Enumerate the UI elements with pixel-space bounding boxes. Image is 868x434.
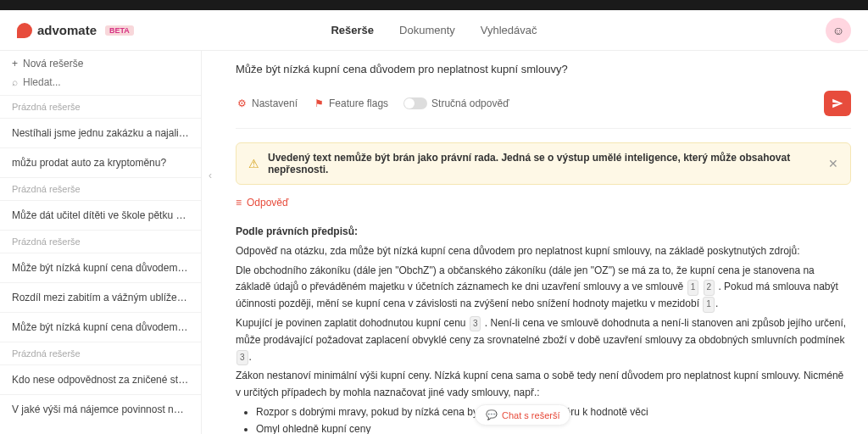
plus-icon: + [12, 58, 18, 70]
sidebar-group-label: Prázdná rešerše [0, 342, 201, 364]
sidebar-collapse-handle[interactable]: ‹ [209, 170, 212, 181]
nav-research[interactable]: Rešerše [331, 24, 374, 36]
top-nav: Rešerše Dokumenty Vyhledávač [331, 24, 537, 36]
main-content: ‹ Může být nízká kupní cena důvodem pro … [202, 51, 868, 434]
settings-button[interactable]: ⚙ Nastavení [236, 97, 298, 109]
paragraph: Zákon nestanoví minimální výši kupní cen… [236, 368, 851, 402]
reference-badge[interactable]: 3 [236, 350, 248, 366]
send-button[interactable] [824, 91, 851, 116]
list-icon: ≡ [236, 197, 242, 209]
reference-badge[interactable]: 1 [703, 297, 715, 313]
alert-text: Uvedený text nemůže být brán jako právní… [268, 152, 820, 175]
alert-close-button[interactable]: ✕ [828, 157, 838, 170]
question-text: Může být nízká kupní cena důvodem pro ne… [236, 51, 851, 84]
chat-label: Chat s rešerší [502, 410, 559, 420]
nav-documents[interactable]: Dokumenty [399, 24, 455, 36]
sidebar-item[interactable]: můžu prodat auto za kryptoměnu? [0, 147, 201, 177]
brand-logo[interactable]: advomate BETA [17, 23, 134, 38]
sidebar-item[interactable]: Rozdíl mezi zabitím a vážným ublížením .… [0, 282, 201, 312]
chat-with-research-button[interactable]: 💬 Chat s rešerší [475, 404, 570, 426]
brand-name: advomate [37, 23, 97, 37]
disclaimer-alert: ⚠ Uvedený text nemůže být brán jako práv… [236, 142, 851, 185]
answer-content: Podle právních předpisů: Odpověď na otáz… [236, 224, 851, 434]
sidebar-group-label: Prázdná rešerše [0, 230, 201, 253]
reference-badge[interactable]: 2 [704, 280, 715, 296]
reference-badge[interactable]: 3 [470, 316, 481, 332]
sidebar-item[interactable]: Může být nízká kupní cena důvodem pro... [0, 253, 201, 282]
paragraph: Dle obchodního zákoníku (dále jen "ObchZ… [236, 263, 851, 313]
search-icon: ⌕ [12, 76, 18, 88]
sidebar-group-label: Prázdná rešerše [0, 95, 201, 118]
sliders-icon: ⚙ [236, 97, 248, 109]
paragraph: Kupující je povinen zaplatit dohodnutou … [236, 315, 851, 365]
sidebar-item[interactable]: Nestíhali jsme jednu zakázku a najali js… [0, 118, 201, 147]
sidebar-search[interactable]: ⌕ [0, 76, 201, 95]
text: Kupující je povinen zaplatit dohodnutou … [236, 317, 466, 329]
warning-icon: ⚠ [248, 157, 259, 170]
app-header: advomate BETA Rešerše Dokumenty Vyhledáv… [0, 10, 868, 51]
logo-icon [17, 23, 32, 38]
toolbar: ⚙ Nastavení ⚑ Feature flags Stručná odpo… [236, 84, 851, 129]
sidebar-item[interactable]: V jaké výši má nájemce povinnost nést n.… [0, 394, 201, 424]
user-avatar[interactable]: ☺ [826, 18, 851, 43]
sidebar-item[interactable]: Může být nízká kupní cena důvodem pro... [0, 312, 201, 342]
section-heading: Podle právních předpisů: [236, 224, 851, 241]
answer-label: Odpověď [247, 197, 288, 209]
sidebar-group-label: Prázdná rešerše [0, 177, 201, 200]
new-research-button[interactable]: + Nová rešerše [0, 51, 201, 76]
feature-flags-button[interactable]: ⚑ Feature flags [313, 97, 388, 109]
browser-topbar [0, 0, 868, 10]
nav-search[interactable]: Vyhledávač [481, 24, 537, 36]
flag-icon: ⚑ [313, 97, 325, 109]
short-answer-toggle[interactable]: Stručná odpověď [403, 97, 509, 109]
beta-badge: BETA [105, 25, 134, 36]
sidebar: + Nová rešerše ⌕ Prázdná rešerše Nestíha… [0, 51, 202, 434]
send-icon [832, 97, 843, 109]
paragraph: Odpověď na otázku, zda může být nízká ku… [236, 243, 851, 260]
sidebar-item[interactable]: Může dát učitel dítěti ve škole pětku za… [0, 200, 201, 230]
settings-label: Nastavení [252, 97, 298, 109]
sidebar-search-input[interactable] [23, 76, 189, 88]
flags-label: Feature flags [329, 97, 388, 109]
reference-badge[interactable]: 1 [687, 280, 699, 296]
answer-header: ≡ Odpověď [236, 185, 851, 214]
toggle-switch[interactable] [403, 97, 427, 109]
sidebar-item[interactable]: Kdo nese odpovědnost za zničené stěny... [0, 364, 201, 394]
new-research-label: Nová rešerše [23, 58, 83, 70]
chat-icon: 💬 [486, 409, 498, 420]
short-label: Stručná odpověď [431, 97, 509, 109]
